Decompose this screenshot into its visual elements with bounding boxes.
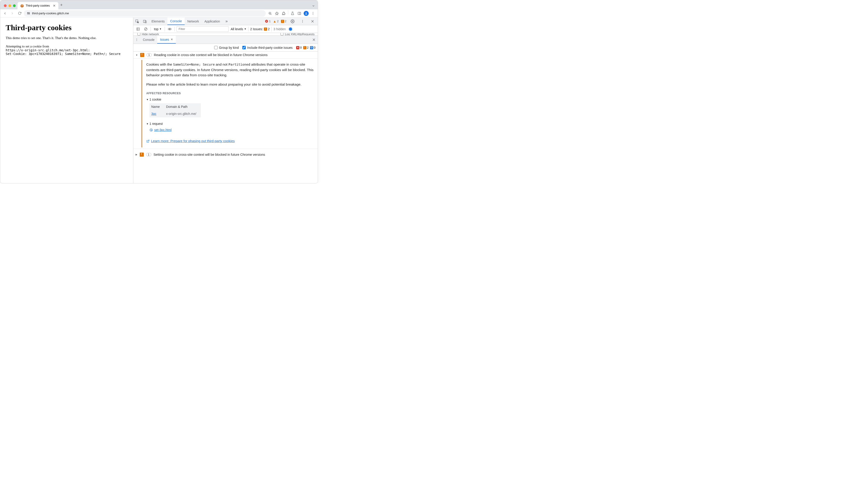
svg-point-35	[137, 40, 137, 41]
browser-tab[interactable]: 🍪 Third-party cookies ✕	[17, 2, 58, 9]
svg-rect-10	[298, 12, 301, 15]
issue-counts: ✕0 !2 🗨0	[296, 46, 316, 49]
devtools-tabs: Elements Console Network Application » 1…	[133, 17, 318, 25]
close-window-button[interactable]	[4, 4, 6, 7]
devtools-menu-icon[interactable]	[299, 19, 306, 23]
disclosure-triangle-icon[interactable]: ▶	[136, 153, 137, 156]
issue-body: Cookies with the SameSite=None; Secure a…	[141, 60, 318, 147]
issue-count: 1	[146, 53, 152, 57]
cookie-domain: x-origin-src.glitch.me/	[164, 110, 201, 118]
issue-title: Reading cookie in cross-site context wil…	[154, 53, 268, 57]
svg-line-29	[145, 28, 147, 30]
site-settings-icon[interactable]	[26, 12, 30, 15]
extensions-icon[interactable]	[281, 11, 287, 16]
severity-warning-icon	[140, 53, 144, 57]
back-button[interactable]	[2, 11, 8, 16]
origin-line: https://x-origin-src.glitch.me/set-3pc.h…	[6, 48, 128, 52]
console-settings-icon[interactable]	[287, 26, 294, 32]
group-by-kind-checkbox[interactable]: Group by kind	[214, 46, 239, 50]
clear-console-icon[interactable]	[143, 26, 149, 32]
profile-avatar[interactable]	[303, 11, 309, 16]
log-levels[interactable]: All levels ▼	[231, 27, 246, 31]
svg-point-22	[302, 21, 303, 21]
page-heading: Third-party cookies	[6, 23, 128, 32]
drawer-menu-icon[interactable]	[133, 36, 140, 43]
warning-count[interactable]: ▲2	[273, 19, 279, 23]
address-bar[interactable]: third-party-cookies.glitch.me	[24, 10, 266, 17]
forward-button[interactable]	[9, 11, 15, 16]
close-devtools-icon[interactable]	[309, 19, 316, 23]
svg-rect-26	[137, 28, 139, 30]
svg-point-34	[137, 39, 137, 40]
svg-point-20	[292, 21, 293, 22]
bookmark-icon[interactable]	[274, 11, 280, 16]
svg-point-13	[313, 12, 313, 13]
request-subsection[interactable]: ▼ 1 request	[146, 122, 314, 126]
svg-point-15	[313, 14, 313, 15]
device-toggle-icon[interactable]	[141, 17, 149, 25]
issues-list: ▼ 1 Reading cookie in cross-site context…	[133, 52, 318, 183]
tabs-overflow-icon[interactable]	[312, 4, 315, 7]
cookie-icon: 🍪	[20, 4, 24, 7]
learn-more-link[interactable]: Learn more: Prepare for phasing out thir…	[146, 139, 235, 144]
new-tab-button[interactable]: +	[58, 3, 65, 9]
tab-network[interactable]: Network	[185, 17, 202, 25]
context-selector[interactable]: top ▼	[153, 27, 163, 31]
sidebar-toggle-icon[interactable]	[135, 26, 141, 32]
drawer-tab-console[interactable]: Console	[140, 36, 157, 43]
cookie-subsection[interactable]: ▼ 1 cookie	[146, 97, 314, 102]
side-panel-icon[interactable]	[296, 11, 302, 16]
cookie-name-link[interactable]: 3pc	[151, 112, 157, 115]
issue-row[interactable]: ▶ 1 Setting cookie in cross-site context…	[133, 151, 318, 158]
tab-elements[interactable]: Elements	[149, 17, 167, 25]
svg-point-21	[302, 20, 303, 20]
svg-line-5	[271, 14, 271, 15]
maximize-window-button[interactable]	[13, 4, 16, 7]
live-expression-icon[interactable]	[167, 26, 173, 32]
svg-point-31	[170, 29, 170, 29]
issue-row[interactable]: ▼ 1 Reading cookie in cross-site context…	[133, 52, 318, 58]
tab-console[interactable]: Console	[167, 17, 184, 25]
attempt-line: Attempting to set a cookie from	[6, 44, 128, 48]
browser-toolbar: third-party-cookies.glitch.me	[0, 9, 318, 17]
zoom-icon[interactable]	[267, 11, 273, 16]
tab-application[interactable]: Application	[202, 17, 223, 25]
issue-title: Setting cookie in cross-site context wil…	[154, 153, 265, 157]
console-toolbar: top ▼ All levels ▼ 2 Issues: ! 2 3 hidde…	[133, 25, 318, 33]
disclosure-triangle-icon[interactable]: ▼	[136, 54, 138, 56]
request-link[interactable]: set-3pc.html	[149, 128, 172, 132]
chrome-menu-icon[interactable]	[310, 11, 316, 16]
page-intro: This demo tries to set one. That's it. T…	[6, 36, 128, 40]
page-content: Third-party cookies This demo tries to s…	[0, 17, 133, 183]
console-options-row: Hide network Log XMLHttpRequests	[133, 33, 318, 36]
hidden-messages[interactable]: 3 hidden	[273, 27, 286, 31]
reload-button[interactable]	[17, 11, 22, 16]
filter-input[interactable]	[176, 26, 229, 32]
svg-marker-8	[275, 12, 278, 15]
affected-resources-heading: Affected Resources	[146, 91, 314, 95]
issue-count: 1	[146, 153, 151, 157]
tabs-overflow-icon[interactable]: »	[223, 17, 231, 25]
close-tab-icon[interactable]: ✕	[53, 4, 56, 7]
labs-icon[interactable]	[289, 11, 296, 16]
close-tab-icon[interactable]: ✕	[171, 38, 173, 41]
devtools-panel: Elements Console Network Application » 1…	[133, 17, 318, 183]
close-drawer-icon[interactable]	[310, 36, 318, 43]
window-controls	[2, 4, 17, 9]
issues-toolbar: Group by kind Include third-party cookie…	[133, 44, 318, 52]
minimize-window-button[interactable]	[8, 4, 11, 7]
svg-point-12	[306, 13, 307, 13]
cookie-table: NameDomain & Path 3pc x-origin-src.glitc…	[149, 103, 201, 118]
tab-strip: 🍪 Third-party cookies ✕ +	[0, 0, 318, 9]
set-cookie-line: Set-Cookie: 3pc=1703240163971; SameSite=…	[6, 52, 128, 56]
url-text: third-party-cookies.glitch.me	[32, 12, 69, 15]
drawer-tab-issues[interactable]: Issues ✕	[157, 36, 176, 43]
svg-point-23	[302, 22, 303, 22]
issue-count[interactable]: !2	[281, 19, 286, 23]
settings-icon[interactable]	[289, 19, 296, 23]
inspect-icon[interactable]	[133, 17, 141, 25]
svg-point-33	[137, 38, 137, 39]
error-count[interactable]: 1	[265, 19, 270, 23]
include-3pc-checkbox[interactable]: Include third-party cookie issues	[242, 46, 293, 50]
issues-button[interactable]: 2 Issues: ! 2	[250, 27, 270, 31]
